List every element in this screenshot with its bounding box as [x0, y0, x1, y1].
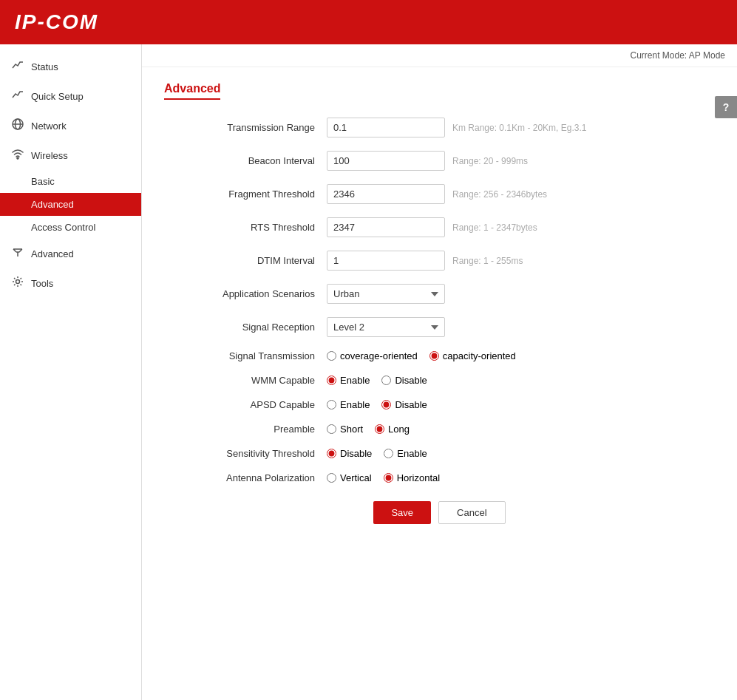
preamble-row: Preamble Short Long — [164, 424, 715, 435]
beacon-interval-controls: Range: 20 - 999ms — [327, 151, 528, 171]
wmm-capable-disable-radio[interactable] — [381, 376, 391, 385]
transmission-range-input[interactable] — [327, 118, 445, 137]
antenna-polarization-horizontal-label: Horizontal — [397, 472, 441, 483]
sensitivity-threshold-disable[interactable]: Disable — [327, 448, 372, 459]
svg-point-5 — [16, 280, 20, 284]
apsd-capable-enable-label: Enable — [340, 399, 370, 410]
fragment-threshold-input[interactable] — [327, 184, 445, 204]
dtim-interval-input[interactable] — [327, 251, 445, 271]
wmm-capable-enable-label: Enable — [340, 375, 370, 386]
page-title: Advanced — [164, 82, 220, 100]
preamble-long-radio[interactable] — [375, 424, 384, 434]
content-inner: Advanced Transmission Range Km Range: 0.… — [142, 67, 737, 539]
antenna-polarization-vertical-radio[interactable] — [327, 473, 336, 483]
preamble-short[interactable]: Short — [327, 424, 363, 435]
signal-transmission-coverage-radio[interactable] — [327, 351, 336, 361]
sidebar-label-advanced-wireless: Advanced — [31, 199, 74, 210]
wmm-capable-enable[interactable]: Enable — [327, 375, 370, 386]
transmission-range-hint: Km Range: 0.1Km - 20Km, Eg.3.1 — [452, 123, 586, 133]
header: IP-COM — [0, 0, 737, 44]
apsd-capable-enable[interactable]: Enable — [327, 399, 370, 410]
signal-transmission-coverage[interactable]: coverage-oriented — [327, 350, 418, 361]
wireless-icon — [12, 148, 24, 163]
button-row: Save Cancel — [164, 501, 715, 524]
sidebar-item-tools[interactable]: Tools — [0, 268, 141, 298]
beacon-interval-hint: Range: 20 - 999ms — [452, 156, 528, 166]
sidebar-label-wireless: Wireless — [31, 150, 68, 161]
sidebar-item-advanced[interactable]: Advanced — [0, 239, 141, 268]
sensitivity-threshold-row: Sensitivity Threshold Disable Enable — [164, 448, 715, 459]
sensitivity-threshold-enable[interactable]: Enable — [384, 448, 427, 459]
application-scenarios-select[interactable]: Urban Rural Indoor — [327, 284, 445, 304]
dtim-interval-hint: Range: 1 - 255ms — [452, 256, 523, 266]
fragment-threshold-row: Fragment Threshold Range: 256 - 2346byte… — [164, 184, 715, 204]
beacon-interval-row: Beacon Interval Range: 20 - 999ms — [164, 151, 715, 171]
preamble-long-label: Long — [388, 424, 410, 435]
sidebar-label-basic: Basic — [31, 176, 55, 187]
wmm-capable-label: WMM Capable — [164, 375, 327, 386]
tools-icon — [12, 276, 24, 290]
application-scenarios-label: Application Scenarios — [164, 288, 327, 299]
signal-reception-controls: Level 1 Level 2 Level 3 Level 4 — [327, 317, 445, 337]
sidebar-label-access-control: Access Control — [31, 222, 95, 233]
beacon-interval-label: Beacon Interval — [164, 155, 327, 166]
application-scenarios-controls: Urban Rural Indoor — [327, 284, 445, 304]
apsd-capable-disable-radio[interactable] — [381, 400, 391, 410]
dtim-interval-controls: Range: 1 - 255ms — [327, 251, 523, 271]
antenna-polarization-radios: Vertical Horizontal — [327, 472, 440, 483]
sidebar-item-quick-setup[interactable]: Quick Setup — [0, 81, 141, 111]
signal-transmission-row: Signal Transmission coverage-oriented ca… — [164, 350, 715, 361]
sensitivity-threshold-label: Sensitivity Threshold — [164, 448, 327, 459]
status-icon — [12, 59, 24, 74]
sensitivity-threshold-enable-radio[interactable] — [384, 449, 393, 458]
apsd-capable-disable[interactable]: Disable — [381, 399, 427, 410]
preamble-long[interactable]: Long — [375, 424, 410, 435]
content-area: Current Mode: AP Mode ? Advanced Transmi… — [142, 44, 737, 700]
signal-transmission-capacity[interactable]: capacity-oriented — [429, 350, 516, 361]
sidebar-label-quick-setup: Quick Setup — [31, 91, 84, 102]
sidebar-item-network[interactable]: Network — [0, 111, 141, 140]
sidebar-item-advanced-wireless[interactable]: Advanced — [0, 193, 141, 216]
cancel-button[interactable]: Cancel — [438, 501, 505, 524]
antenna-polarization-vertical[interactable]: Vertical — [327, 472, 372, 483]
sensitivity-threshold-disable-label: Disable — [340, 448, 372, 459]
sensitivity-threshold-radios: Disable Enable — [327, 448, 427, 459]
signal-transmission-capacity-radio[interactable] — [429, 351, 439, 361]
rts-threshold-controls: Range: 1 - 2347bytes — [327, 217, 537, 237]
signal-reception-select[interactable]: Level 1 Level 2 Level 3 Level 4 — [327, 317, 445, 337]
main-layout: Status Quick Setup Network — [0, 44, 737, 700]
apsd-capable-radios: Enable Disable — [327, 399, 427, 410]
sidebar-label-status: Status — [31, 61, 58, 72]
transmission-range-label: Transmission Range — [164, 122, 327, 133]
preamble-short-radio[interactable] — [327, 424, 336, 434]
application-scenarios-row: Application Scenarios Urban Rural Indoor — [164, 284, 715, 304]
transmission-range-controls: Km Range: 0.1Km - 20Km, Eg.3.1 — [327, 118, 586, 137]
wmm-capable-disable[interactable]: Disable — [381, 375, 427, 386]
preamble-label: Preamble — [164, 424, 327, 435]
sensitivity-threshold-disable-radio[interactable] — [327, 449, 336, 458]
sidebar-label-advanced: Advanced — [31, 248, 74, 259]
antenna-polarization-row: Antenna Polarization Vertical Horizontal — [164, 472, 715, 483]
apsd-capable-disable-label: Disable — [395, 399, 427, 410]
sensitivity-threshold-enable-label: Enable — [397, 448, 427, 459]
help-button[interactable]: ? — [715, 96, 737, 118]
antenna-polarization-horizontal-radio[interactable] — [384, 473, 393, 483]
rts-threshold-input[interactable] — [327, 217, 445, 237]
content-header: Current Mode: AP Mode — [142, 44, 737, 67]
sidebar-item-access-control[interactable]: Access Control — [0, 216, 141, 239]
preamble-radios: Short Long — [327, 424, 410, 435]
sidebar-item-wireless[interactable]: Wireless — [0, 140, 141, 170]
beacon-interval-input[interactable] — [327, 151, 445, 171]
signal-reception-label: Signal Reception — [164, 322, 327, 333]
save-button[interactable]: Save — [373, 501, 431, 524]
apsd-capable-enable-radio[interactable] — [327, 400, 336, 410]
sidebar-item-basic[interactable]: Basic — [0, 170, 141, 193]
antenna-polarization-horizontal[interactable]: Horizontal — [384, 472, 441, 483]
signal-reception-row: Signal Reception Level 1 Level 2 Level 3… — [164, 317, 715, 337]
signal-transmission-radios: coverage-oriented capacity-oriented — [327, 350, 516, 361]
dtim-interval-label: DTIM Interval — [164, 255, 327, 266]
antenna-polarization-vertical-label: Vertical — [340, 472, 372, 483]
sidebar-item-status[interactable]: Status — [0, 52, 141, 81]
signal-transmission-capacity-label: capacity-oriented — [443, 350, 516, 361]
wmm-capable-enable-radio[interactable] — [327, 376, 336, 385]
